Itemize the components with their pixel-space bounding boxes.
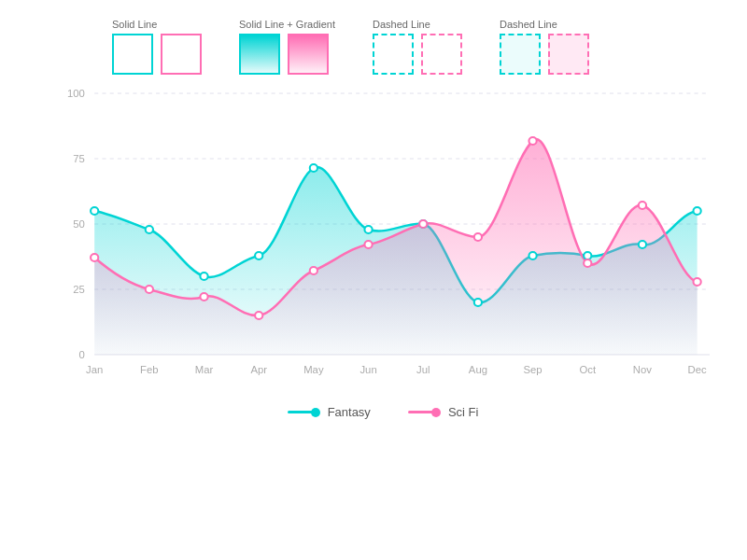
legend-scifi: Sci Fi — [408, 405, 479, 419]
svg-point-32 — [639, 202, 646, 209]
main-container: Solid Line Solid Line + Gradient Dashed … — [0, 0, 747, 560]
svg-text:100: 100 — [67, 88, 85, 99]
bottom-legend: Fantasy Sci Fi — [56, 405, 710, 419]
svg-text:Feb: Feb — [140, 364, 159, 375]
svg-point-29 — [474, 233, 482, 241]
svg-point-25 — [255, 312, 262, 319]
svg-text:Jul: Jul — [416, 364, 430, 375]
svg-text:Sep: Sep — [524, 364, 543, 375]
legend-scifi-label: Sci Fi — [448, 405, 479, 419]
legend-dot-fantasy — [311, 408, 320, 417]
svg-text:Mar: Mar — [195, 364, 214, 375]
svg-point-18 — [529, 252, 536, 259]
svg-point-12 — [200, 273, 207, 280]
svg-point-28 — [419, 220, 427, 228]
svg-point-13 — [255, 252, 262, 259]
svg-text:Nov: Nov — [633, 364, 653, 375]
legend-dashed1-boxes — [373, 34, 462, 75]
svg-point-31 — [584, 259, 591, 267]
svg-text:Oct: Oct — [579, 364, 597, 375]
chart-area: 100 75 50 25 0 — [56, 93, 710, 396]
svg-point-11 — [146, 226, 153, 233]
legend-group-dashed2: Dashed Line — [500, 19, 589, 75]
svg-point-15 — [364, 226, 372, 233]
svg-point-23 — [146, 286, 153, 293]
svg-point-27 — [364, 241, 372, 248]
legend-box-cyan-solid — [112, 34, 153, 75]
legend-gradient-boxes — [239, 34, 329, 75]
legend-group-dashed1: Dashed Line — [373, 19, 462, 75]
svg-point-30 — [529, 137, 536, 145]
legend-box-cyan-dashed2 — [500, 34, 541, 75]
svg-text:50: 50 — [73, 218, 85, 230]
legend-box-cyan-dashed — [373, 34, 414, 75]
legend-top: Solid Line Solid Line + Gradient Dashed … — [56, 19, 710, 75]
svg-text:May: May — [303, 364, 324, 375]
legend-solid-boxes — [112, 34, 202, 75]
legend-box-pink-dashed2 — [548, 34, 589, 75]
legend-box-pink-gradient — [288, 34, 329, 75]
svg-point-26 — [310, 267, 317, 274]
legend-solid-label: Solid Line — [112, 19, 157, 30]
svg-point-14 — [310, 164, 317, 172]
legend-gradient-label: Solid Line + Gradient — [239, 19, 335, 30]
legend-dashed2-boxes — [500, 34, 589, 75]
svg-point-19 — [584, 252, 591, 259]
chart-svg: 100 75 50 25 0 — [56, 93, 710, 392]
svg-text:Apr: Apr — [250, 364, 267, 375]
legend-group-solid: Solid Line — [112, 19, 202, 75]
svg-text:25: 25 — [73, 284, 85, 295]
legend-box-pink-solid — [161, 34, 202, 75]
svg-point-22 — [91, 254, 98, 261]
legend-group-gradient: Solid Line + Gradient — [239, 19, 335, 75]
legend-dot-scifi — [431, 408, 441, 417]
svg-text:Aug: Aug — [469, 364, 487, 375]
svg-text:Jun: Jun — [359, 364, 376, 375]
legend-dashed1-label: Dashed Line — [373, 19, 430, 30]
svg-point-20 — [639, 241, 646, 248]
svg-point-21 — [694, 207, 701, 215]
svg-text:0: 0 — [79, 349, 85, 360]
legend-box-cyan-gradient — [239, 34, 280, 75]
legend-dashed2-label: Dashed Line — [500, 19, 557, 30]
legend-fantasy: Fantasy — [288, 405, 371, 419]
svg-point-17 — [474, 299, 482, 306]
svg-point-33 — [694, 278, 701, 286]
svg-text:Dec: Dec — [688, 364, 708, 375]
svg-text:75: 75 — [73, 153, 85, 164]
legend-box-pink-dashed-outline — [421, 34, 462, 75]
svg-text:Jan: Jan — [86, 364, 103, 375]
legend-fantasy-label: Fantasy — [328, 405, 371, 419]
svg-point-10 — [91, 207, 98, 215]
svg-point-24 — [200, 293, 207, 301]
